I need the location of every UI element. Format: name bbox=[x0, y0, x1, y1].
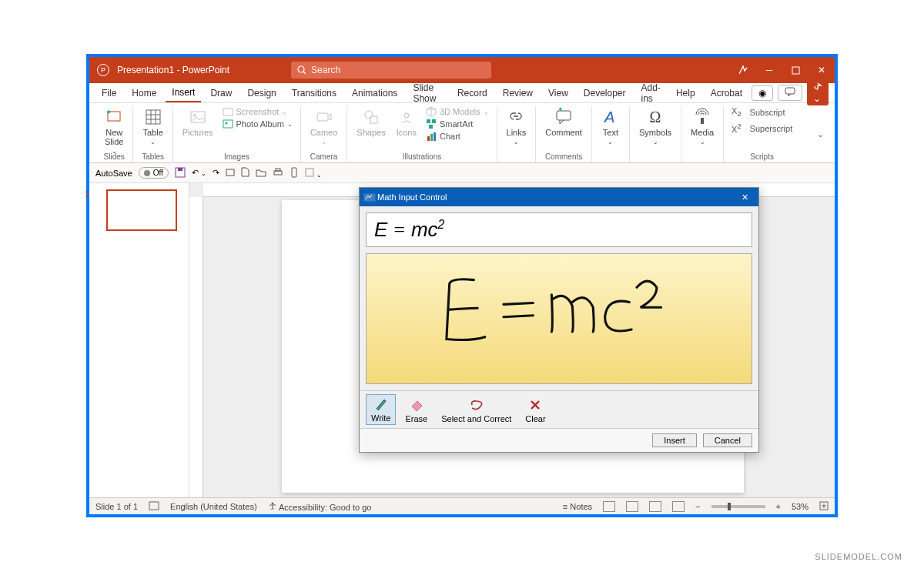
tab-view[interactable]: View bbox=[542, 85, 574, 102]
close-button[interactable]: ✕ bbox=[808, 57, 835, 83]
notes-button[interactable]: ≡ Notes bbox=[563, 502, 592, 511]
slideshow-start-button[interactable] bbox=[226, 168, 235, 179]
slide-thumbnail-1[interactable] bbox=[106, 189, 177, 231]
slideshow-view-button[interactable] bbox=[672, 501, 685, 512]
coming-soon-icon[interactable] bbox=[730, 57, 756, 83]
subscript-button[interactable]: X2 Subscript bbox=[730, 106, 794, 118]
tab-draw[interactable]: Draw bbox=[204, 85, 238, 102]
app-window: P Presentation1 - PowerPoint Search ─ ✕ … bbox=[86, 54, 838, 517]
zoom-percent[interactable]: 53% bbox=[792, 502, 808, 511]
links-button[interactable]: Links⌄ bbox=[504, 106, 530, 147]
tab-home[interactable]: Home bbox=[126, 85, 162, 102]
group-media: Media⌄ bbox=[681, 106, 724, 162]
text-button[interactable]: A Text⌄ bbox=[598, 106, 623, 147]
tab-review[interactable]: Review bbox=[497, 85, 539, 102]
screenshot-button[interactable]: Screenshot ⌄ bbox=[221, 106, 294, 117]
tab-animations[interactable]: Animations bbox=[346, 85, 403, 102]
spellcheck-icon[interactable] bbox=[149, 501, 159, 512]
zoom-in-button[interactable]: + bbox=[776, 502, 781, 511]
ribbon-collapse-button[interactable]: ⌄ bbox=[817, 129, 829, 139]
zoom-out-button[interactable]: − bbox=[695, 502, 700, 511]
tab-record[interactable]: Record bbox=[451, 85, 494, 102]
insert-button[interactable]: Insert bbox=[652, 433, 697, 447]
accessibility-icon bbox=[268, 501, 277, 510]
language-status[interactable]: English (United States) bbox=[170, 502, 257, 511]
comment-button[interactable]: ✦ Comment bbox=[542, 106, 585, 139]
smartart-button[interactable]: SmartArt bbox=[424, 119, 490, 129]
cameo-button[interactable]: Cameo⌄ bbox=[307, 106, 340, 147]
symbols-button[interactable]: Ω Symbols⌄ bbox=[636, 106, 675, 147]
clear-tool-button[interactable]: Clear bbox=[521, 396, 550, 425]
tab-developer[interactable]: Developer bbox=[578, 85, 632, 102]
zoom-slider[interactable] bbox=[711, 505, 765, 508]
qat-more-button[interactable]: ⌄ bbox=[305, 168, 322, 179]
select-correct-tool-button[interactable]: Select and Correct bbox=[437, 396, 516, 425]
chart-icon bbox=[426, 131, 437, 142]
search-box[interactable]: Search bbox=[291, 62, 491, 79]
ink-canvas[interactable] bbox=[366, 253, 752, 384]
screenshot-icon bbox=[223, 106, 233, 117]
svg-rect-29 bbox=[701, 118, 704, 124]
photo-album-icon bbox=[223, 119, 233, 129]
tab-help[interactable]: Help bbox=[670, 85, 701, 102]
tab-addins[interactable]: Add-ins bbox=[635, 79, 667, 107]
sorter-view-button[interactable] bbox=[626, 501, 638, 512]
svg-rect-38 bbox=[149, 502, 159, 510]
qat-open-button[interactable] bbox=[256, 168, 266, 179]
superscript-button[interactable]: X2 Superscript bbox=[730, 122, 794, 134]
dialog-titlebar[interactable]: Math Input Control ✕ bbox=[360, 188, 758, 206]
tab-insert[interactable]: Insert bbox=[166, 84, 201, 102]
write-tool-button[interactable]: Write bbox=[366, 394, 396, 425]
group-scripts: X2 Subscript X2 Superscript Scripts bbox=[724, 106, 800, 162]
qat-touch-button[interactable] bbox=[290, 167, 299, 179]
camera-record-button[interactable]: ◉ bbox=[752, 85, 773, 101]
icons-button[interactable]: Icons bbox=[393, 106, 420, 139]
slide-thumbnail-pane[interactable]: 1 bbox=[89, 183, 189, 497]
cancel-button[interactable]: Cancel bbox=[703, 433, 752, 447]
table-button[interactable]: Table⌄ bbox=[139, 106, 166, 147]
share-button[interactable]: ⌄ bbox=[807, 80, 829, 105]
qat-print-button[interactable] bbox=[273, 168, 283, 179]
erase-tool-button[interactable]: Erase bbox=[400, 396, 432, 425]
watermark: SLIDEMODEL.COM bbox=[815, 552, 902, 561]
reading-view-button[interactable] bbox=[649, 501, 661, 512]
svg-point-39 bbox=[271, 502, 273, 504]
redo-button[interactable]: ↷ bbox=[213, 168, 219, 178]
fit-to-window-button[interactable] bbox=[819, 501, 829, 512]
accessibility-status[interactable]: Accessibility: Good to go bbox=[268, 501, 372, 512]
svg-rect-35 bbox=[292, 168, 296, 177]
save-button[interactable] bbox=[175, 167, 186, 179]
tab-acrobat[interactable]: Acrobat bbox=[705, 85, 748, 102]
pictures-button[interactable]: Pictures bbox=[179, 106, 216, 139]
tab-file[interactable]: File bbox=[95, 85, 122, 102]
autosave-label: AutoSave bbox=[95, 169, 132, 178]
group-illustrations: Shapes Icons 3D Models ⌄ SmartArt Chart … bbox=[347, 106, 497, 162]
tab-transitions[interactable]: Transitions bbox=[286, 85, 343, 102]
autosave-toggle[interactable]: Off bbox=[139, 167, 169, 179]
3d-models-button[interactable]: 3D Models ⌄ bbox=[424, 106, 490, 117]
dialog-toolbar: Write Erase Select and Correct Clear bbox=[360, 390, 758, 428]
new-slide-button[interactable]: ✦ New Slide⌄ bbox=[102, 106, 126, 156]
svg-rect-24 bbox=[430, 134, 433, 141]
qat-new-file-button[interactable] bbox=[241, 167, 249, 179]
maximize-button[interactable] bbox=[782, 57, 808, 83]
dialog-title: Math Input Control bbox=[377, 192, 447, 202]
tab-design[interactable]: Design bbox=[241, 85, 282, 102]
link-icon bbox=[507, 108, 525, 126]
media-button[interactable]: Media⌄ bbox=[688, 106, 717, 147]
chart-button[interactable]: Chart bbox=[424, 131, 490, 142]
tab-slideshow[interactable]: Slide Show bbox=[407, 79, 448, 107]
dialog-close-button[interactable]: ✕ bbox=[735, 192, 754, 202]
slide-count[interactable]: Slide 1 of 1 bbox=[95, 502, 138, 511]
shapes-button[interactable]: Shapes bbox=[353, 106, 388, 139]
svg-rect-6 bbox=[146, 110, 160, 124]
comments-pane-button[interactable] bbox=[778, 85, 802, 101]
photo-album-button[interactable]: Photo Album ⌄ bbox=[221, 119, 294, 129]
math-panel-icon bbox=[364, 192, 375, 202]
svg-point-0 bbox=[298, 66, 304, 72]
svg-rect-23 bbox=[427, 136, 430, 141]
undo-button[interactable]: ↶ ⌄ bbox=[192, 168, 206, 178]
minimize-button[interactable]: ─ bbox=[756, 57, 782, 83]
normal-view-button[interactable] bbox=[603, 501, 615, 512]
shapes-icon bbox=[362, 108, 380, 126]
